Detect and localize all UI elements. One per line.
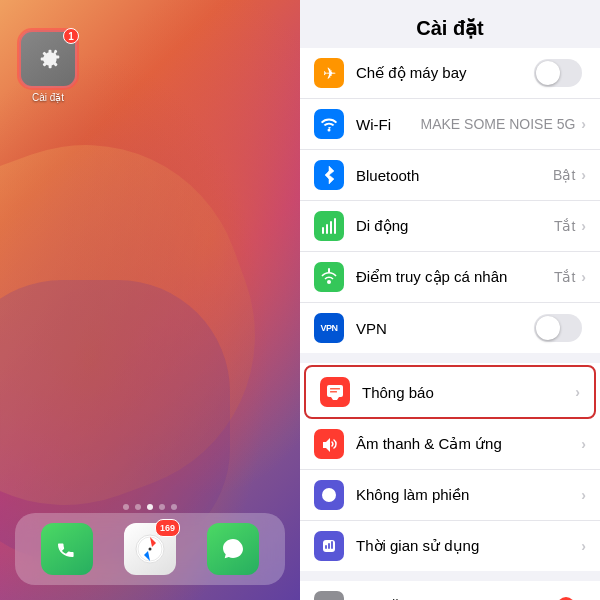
screentime-chevron: › <box>581 538 586 554</box>
general-icon <box>314 591 344 600</box>
dot-1 <box>123 504 129 510</box>
svg-rect-5 <box>322 227 324 234</box>
airplane-icon: ✈ <box>314 58 344 88</box>
screentime-label: Thời gian sử dụng <box>356 537 581 555</box>
settings-badge: 1 <box>63 28 79 44</box>
vpn-label: VPN <box>356 320 534 337</box>
notifications-icon <box>320 377 350 407</box>
safari-badge: 169 <box>155 519 180 537</box>
svg-rect-8 <box>334 218 336 234</box>
settings-app-icon: 1 <box>19 30 77 88</box>
wifi-label: Wi-Fi <box>356 116 421 133</box>
settings-app-label: Cài đặt <box>32 92 64 103</box>
svg-rect-16 <box>328 543 330 549</box>
screentime-icon <box>314 531 344 561</box>
sounds-icon <box>314 429 344 459</box>
airplane-toggle[interactable] <box>534 59 582 87</box>
bluetooth-row[interactable]: Bluetooth Bật › <box>300 150 600 201</box>
dock: 169 <box>15 513 285 585</box>
phone-icon <box>53 535 81 563</box>
svg-rect-6 <box>326 224 328 234</box>
wifi-icon <box>314 109 344 139</box>
hotspot-icon <box>314 262 344 292</box>
sounds-label: Âm thanh & Cảm ứng <box>356 435 581 453</box>
bluetooth-icon <box>314 160 344 190</box>
settings-group-notifications: Thông báo › Âm thanh & Cảm ứng › Khô <box>300 363 600 571</box>
mobile-icon <box>314 211 344 241</box>
bluetooth-chevron: › <box>581 167 586 183</box>
mobile-value: Tắt <box>554 218 575 234</box>
app-grid: 1 Cài đặt <box>18 30 300 103</box>
notifications-row[interactable]: Thông báo › <box>304 365 596 419</box>
home-screen: 1 Cài đặt 169 <box>0 0 300 600</box>
mobile-row[interactable]: Di động Tắt › <box>300 201 600 252</box>
dot-2 <box>135 504 141 510</box>
gear-icon <box>31 42 65 76</box>
messages-app[interactable] <box>207 523 259 575</box>
settings-title: Cài đặt <box>416 17 484 39</box>
svg-rect-15 <box>325 545 327 549</box>
sounds-row[interactable]: Âm thanh & Cảm ứng › <box>300 419 600 470</box>
hotspot-chevron: › <box>581 269 586 285</box>
svg-rect-13 <box>330 391 337 393</box>
mobile-label: Di động <box>356 217 554 235</box>
wifi-row[interactable]: Wi-Fi MAKE SOME NOISE 5G › <box>300 99 600 150</box>
bluetooth-value: Bật <box>553 167 575 183</box>
svg-rect-7 <box>330 221 332 234</box>
svg-point-4 <box>148 548 151 551</box>
sounds-chevron: › <box>581 436 586 452</box>
donotdisturb-label: Không làm phiền <box>356 486 581 504</box>
airplane-row[interactable]: ✈ Chế độ máy bay <box>300 48 600 99</box>
safari-icon <box>134 533 166 565</box>
vpn-toggle[interactable] <box>534 314 582 342</box>
mobile-chevron: › <box>581 218 586 234</box>
svg-rect-12 <box>330 388 340 390</box>
vpn-icon: VPN <box>314 313 344 343</box>
notifications-chevron: › <box>575 384 580 400</box>
wifi-chevron: › <box>581 116 586 132</box>
donotdisturb-icon <box>314 480 344 510</box>
dot-4 <box>159 504 165 510</box>
wifi-value: MAKE SOME NOISE 5G <box>421 116 576 132</box>
notifications-label: Thông báo <box>362 384 575 401</box>
phone-app[interactable] <box>41 523 93 575</box>
svg-point-9 <box>327 280 331 284</box>
settings-app[interactable]: 1 Cài đặt <box>18 30 78 103</box>
donotdisturb-row[interactable]: Không làm phiền › <box>300 470 600 521</box>
screentime-row[interactable]: Thời gian sử dụng › <box>300 521 600 571</box>
dot-5 <box>171 504 177 510</box>
settings-group-system: Cài đặt chung 1 › Trung tâm điều khiển ›… <box>300 581 600 600</box>
settings-panel: Cài đặt ✈ Chế độ máy bay Wi-Fi MAKE SOME… <box>300 0 600 600</box>
settings-group-connectivity: ✈ Chế độ máy bay Wi-Fi MAKE SOME NOISE 5… <box>300 48 600 353</box>
safari-app[interactable]: 169 <box>124 523 176 575</box>
donotdisturb-chevron: › <box>581 487 586 503</box>
hotspot-value: Tắt <box>554 269 575 285</box>
general-row[interactable]: Cài đặt chung 1 › <box>300 581 600 600</box>
svg-rect-17 <box>331 541 333 549</box>
dot-3 <box>147 504 153 510</box>
vpn-row[interactable]: VPN VPN <box>300 303 600 353</box>
settings-header: Cài đặt <box>300 0 600 48</box>
hotspot-label: Điểm truy cập cá nhân <box>356 268 554 286</box>
airplane-label: Chế độ máy bay <box>356 64 534 82</box>
bluetooth-label: Bluetooth <box>356 167 553 184</box>
hotspot-row[interactable]: Điểm truy cập cá nhân Tắt › <box>300 252 600 303</box>
page-dots <box>0 504 300 510</box>
messages-icon <box>219 535 247 563</box>
